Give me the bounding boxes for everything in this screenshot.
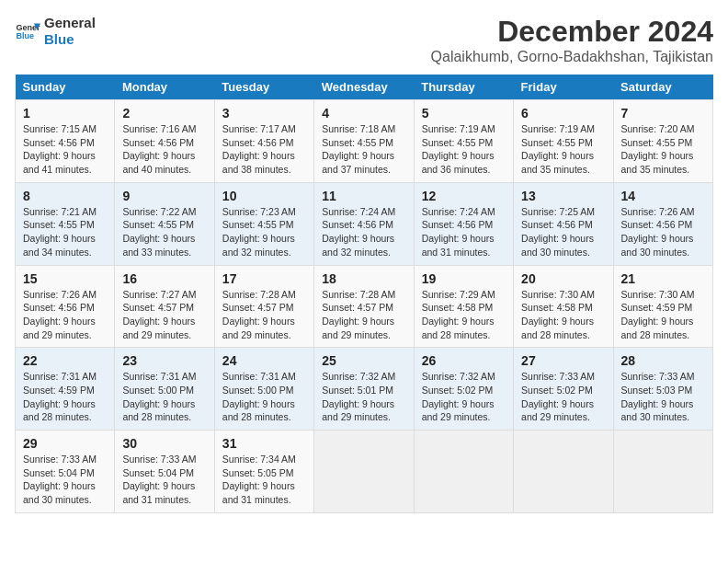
day-cell: 30Sunrise: 7:33 AM Sunset: 5:04 PM Dayli… [115, 431, 214, 513]
day-cell: 4Sunrise: 7:18 AM Sunset: 4:55 PM Daylig… [314, 100, 414, 183]
day-number: 26 [422, 353, 506, 368]
calendar-table: SundayMondayTuesdayWednesdayThursdayFrid… [15, 75, 713, 513]
day-info: Sunrise: 7:33 AM Sunset: 5:04 PM Dayligh… [23, 453, 107, 507]
day-info: Sunrise: 7:28 AM Sunset: 4:57 PM Dayligh… [222, 288, 306, 342]
day-cell: 21Sunrise: 7:30 AM Sunset: 4:59 PM Dayli… [613, 265, 712, 348]
week-row-5: 29Sunrise: 7:33 AM Sunset: 5:04 PM Dayli… [16, 431, 713, 513]
header-friday: Friday [514, 75, 613, 100]
header-thursday: Thursday [414, 75, 513, 100]
day-info: Sunrise: 7:29 AM Sunset: 4:58 PM Dayligh… [422, 288, 506, 342]
page-subtitle: Qalaikhumb, Gorno-Badakhshan, Tajikistan [431, 49, 713, 65]
day-info: Sunrise: 7:26 AM Sunset: 4:56 PM Dayligh… [23, 288, 107, 342]
svg-text:Blue: Blue [16, 31, 34, 40]
calendar-body: 1Sunrise: 7:15 AM Sunset: 4:56 PM Daylig… [16, 100, 713, 513]
day-cell: 13Sunrise: 7:25 AM Sunset: 4:56 PM Dayli… [514, 182, 613, 265]
day-number: 25 [322, 353, 405, 368]
day-cell: 16Sunrise: 7:27 AM Sunset: 4:57 PM Dayli… [115, 265, 214, 348]
week-row-3: 15Sunrise: 7:26 AM Sunset: 4:56 PM Dayli… [16, 265, 713, 348]
day-info: Sunrise: 7:19 AM Sunset: 4:55 PM Dayligh… [521, 122, 605, 177]
day-info: Sunrise: 7:24 AM Sunset: 4:56 PM Dayligh… [422, 205, 506, 259]
day-number: 29 [23, 436, 107, 451]
day-cell: 27Sunrise: 7:33 AM Sunset: 5:02 PM Dayli… [514, 348, 613, 431]
day-info: Sunrise: 7:26 AM Sunset: 4:56 PM Dayligh… [621, 205, 705, 259]
day-number: 4 [322, 106, 405, 121]
day-cell: 15Sunrise: 7:26 AM Sunset: 4:56 PM Dayli… [16, 265, 115, 348]
day-cell: 5Sunrise: 7:19 AM Sunset: 4:55 PM Daylig… [414, 100, 513, 183]
page-title: December 2024 [431, 15, 713, 49]
day-cell: 20Sunrise: 7:30 AM Sunset: 4:58 PM Dayli… [514, 265, 613, 348]
day-number: 2 [122, 106, 206, 121]
day-number: 22 [23, 353, 107, 368]
day-cell [514, 431, 613, 513]
day-number: 16 [122, 271, 206, 286]
day-info: Sunrise: 7:21 AM Sunset: 4:55 PM Dayligh… [23, 205, 107, 259]
day-number: 30 [122, 436, 206, 451]
day-info: Sunrise: 7:24 AM Sunset: 4:56 PM Dayligh… [322, 205, 405, 259]
day-cell: 18Sunrise: 7:28 AM Sunset: 4:57 PM Dayli… [314, 265, 414, 348]
day-cell: 3Sunrise: 7:17 AM Sunset: 4:56 PM Daylig… [214, 100, 313, 183]
header: General Blue General Blue December 2024 … [15, 15, 713, 65]
day-number: 31 [222, 436, 306, 451]
day-cell: 1Sunrise: 7:15 AM Sunset: 4:56 PM Daylig… [16, 100, 115, 183]
week-row-2: 8Sunrise: 7:21 AM Sunset: 4:55 PM Daylig… [16, 182, 713, 265]
day-number: 3 [222, 106, 306, 121]
day-number: 21 [621, 271, 705, 286]
day-number: 23 [122, 353, 206, 368]
day-info: Sunrise: 7:32 AM Sunset: 5:02 PM Dayligh… [422, 370, 506, 424]
day-info: Sunrise: 7:34 AM Sunset: 5:05 PM Dayligh… [222, 453, 306, 507]
day-cell [613, 431, 712, 513]
day-cell: 19Sunrise: 7:29 AM Sunset: 4:58 PM Dayli… [414, 265, 513, 348]
header-saturday: Saturday [613, 75, 712, 100]
day-cell: 11Sunrise: 7:24 AM Sunset: 4:56 PM Dayli… [314, 182, 414, 265]
day-info: Sunrise: 7:32 AM Sunset: 5:01 PM Dayligh… [322, 370, 405, 424]
day-cell: 31Sunrise: 7:34 AM Sunset: 5:05 PM Dayli… [214, 431, 313, 513]
day-cell: 17Sunrise: 7:28 AM Sunset: 4:57 PM Dayli… [214, 265, 313, 348]
header-wednesday: Wednesday [314, 75, 414, 100]
day-number: 17 [222, 271, 306, 286]
day-info: Sunrise: 7:19 AM Sunset: 4:55 PM Dayligh… [422, 122, 506, 177]
day-info: Sunrise: 7:16 AM Sunset: 4:56 PM Dayligh… [122, 122, 206, 177]
calendar-header: SundayMondayTuesdayWednesdayThursdayFrid… [16, 75, 713, 100]
day-cell: 23Sunrise: 7:31 AM Sunset: 5:00 PM Dayli… [115, 348, 214, 431]
day-number: 1 [23, 106, 107, 121]
logo-text-blue: Blue [44, 31, 96, 48]
day-cell: 2Sunrise: 7:16 AM Sunset: 4:56 PM Daylig… [115, 100, 214, 183]
logo-icon: General Blue [15, 18, 40, 44]
day-info: Sunrise: 7:27 AM Sunset: 4:57 PM Dayligh… [122, 288, 206, 342]
day-cell: 7Sunrise: 7:20 AM Sunset: 4:55 PM Daylig… [613, 100, 712, 183]
day-number: 19 [422, 271, 506, 286]
day-number: 13 [521, 189, 605, 203]
day-number: 20 [521, 271, 605, 286]
day-number: 12 [422, 189, 506, 203]
day-info: Sunrise: 7:33 AM Sunset: 5:03 PM Dayligh… [621, 370, 705, 424]
day-number: 10 [222, 189, 306, 203]
day-cell: 6Sunrise: 7:19 AM Sunset: 4:55 PM Daylig… [514, 100, 613, 183]
day-number: 27 [521, 353, 605, 368]
day-number: 28 [621, 353, 705, 368]
day-info: Sunrise: 7:30 AM Sunset: 4:59 PM Dayligh… [621, 288, 705, 342]
day-cell: 29Sunrise: 7:33 AM Sunset: 5:04 PM Dayli… [16, 431, 115, 513]
day-info: Sunrise: 7:30 AM Sunset: 4:58 PM Dayligh… [521, 288, 605, 342]
day-cell: 25Sunrise: 7:32 AM Sunset: 5:01 PM Dayli… [314, 348, 414, 431]
day-info: Sunrise: 7:18 AM Sunset: 4:55 PM Dayligh… [322, 122, 405, 177]
day-info: Sunrise: 7:23 AM Sunset: 4:55 PM Dayligh… [222, 205, 306, 259]
day-cell: 10Sunrise: 7:23 AM Sunset: 4:55 PM Dayli… [214, 182, 313, 265]
header-row: SundayMondayTuesdayWednesdayThursdayFrid… [16, 75, 713, 100]
day-number: 8 [23, 189, 107, 203]
day-info: Sunrise: 7:31 AM Sunset: 5:00 PM Dayligh… [222, 370, 306, 424]
day-number: 7 [621, 106, 705, 121]
day-cell: 8Sunrise: 7:21 AM Sunset: 4:55 PM Daylig… [16, 182, 115, 265]
day-number: 18 [322, 271, 405, 286]
day-number: 6 [521, 106, 605, 121]
day-number: 11 [322, 189, 405, 203]
day-info: Sunrise: 7:28 AM Sunset: 4:57 PM Dayligh… [322, 288, 405, 342]
day-number: 24 [222, 353, 306, 368]
day-cell: 14Sunrise: 7:26 AM Sunset: 4:56 PM Dayli… [613, 182, 712, 265]
day-info: Sunrise: 7:33 AM Sunset: 5:02 PM Dayligh… [521, 370, 605, 424]
day-cell: 28Sunrise: 7:33 AM Sunset: 5:03 PM Dayli… [613, 348, 712, 431]
day-cell [314, 431, 414, 513]
day-info: Sunrise: 7:20 AM Sunset: 4:55 PM Dayligh… [621, 122, 705, 177]
day-info: Sunrise: 7:33 AM Sunset: 5:04 PM Dayligh… [122, 453, 206, 507]
day-number: 15 [23, 271, 107, 286]
day-number: 9 [122, 189, 206, 203]
